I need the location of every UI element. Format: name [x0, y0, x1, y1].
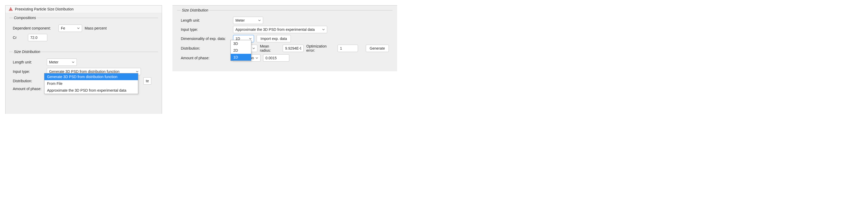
distribution-label-r: Distribution:: [181, 46, 228, 51]
length-unit-value-r: Meter: [236, 18, 245, 23]
dependent-component-label: Dependent component:: [13, 26, 56, 30]
amount-of-phase-label-r: Amount of phase:: [181, 56, 230, 60]
chevron-down-icon: [252, 47, 255, 49]
input-type-label: Input type:: [13, 69, 44, 74]
dimensionality-dropdown[interactable]: 3D2D1D: [230, 40, 251, 61]
dependent-component-select[interactable]: Fe: [59, 25, 82, 32]
import-exp-data-button[interactable]: Import exp. data: [256, 35, 291, 42]
cr-value: 72.0: [30, 35, 37, 40]
input-type-dropdown[interactable]: Generate 3D PSD from distribution functi…: [44, 73, 138, 94]
length-unit-label-r: Length unit:: [181, 18, 230, 23]
size-distribution-legend-right: Size Distribution: [181, 8, 209, 12]
distribution-label: Distribution:: [13, 79, 44, 83]
amount-of-phase-label: Amount of phase:: [13, 87, 44, 91]
dimensionality-label: Dimensionality of exp. data:: [181, 37, 230, 41]
cr-value-input[interactable]: 72.0: [28, 34, 47, 41]
optimization-error-value: 1: [340, 46, 342, 51]
dimensionality-option[interactable]: 1D: [231, 54, 251, 61]
input-type-value-r: Approximate the 3D PSD from experimental…: [236, 27, 315, 32]
compositions-legend: Compositions: [13, 16, 37, 20]
titlebar: Preexisting Particle Size Distribution: [5, 5, 162, 13]
input-type-option[interactable]: Approximate the 3D PSD from experimental…: [44, 87, 138, 94]
size-distribution-group-left: Size Distribution Length unit: Meter Inp…: [9, 50, 158, 114]
chevron-down-icon: [322, 29, 325, 30]
dialog-preexisting-psd: Preexisting Particle Size Distribution C…: [5, 5, 162, 114]
chevron-down-icon: [136, 71, 138, 72]
dimensionality-option[interactable]: 2D: [231, 47, 251, 54]
length-unit-value: Meter: [49, 60, 59, 64]
input-type-option[interactable]: From File: [44, 80, 138, 87]
chevron-down-icon: [255, 57, 258, 59]
optimization-error-input[interactable]: 1: [338, 45, 358, 52]
input-type-select-r[interactable]: Approximate the 3D PSD from experimental…: [233, 26, 327, 33]
size-distribution-legend-left: Size Distribution: [13, 50, 41, 54]
generate-button[interactable]: Generate: [366, 45, 389, 52]
size-distribution-group-right: Size Distribution Length unit: Meter Inp…: [177, 8, 393, 68]
length-unit-select-r[interactable]: Meter: [233, 17, 263, 24]
mean-radius-value: 9.9294E-9: [285, 46, 301, 51]
mean-radius-input[interactable]: 9.9294E-9: [283, 45, 304, 52]
partial-button[interactable]: te: [144, 77, 151, 85]
input-type-label-r: Input type:: [181, 27, 230, 32]
cr-label: Cr: [13, 35, 25, 40]
input-type-option[interactable]: Generate 3D PSD from distribution functi…: [44, 73, 138, 80]
amount-of-phase-input[interactable]: 0.0015: [263, 54, 289, 62]
compositions-group: Compositions Dependent component: Fe Mas…: [9, 16, 158, 47]
chevron-down-icon: [258, 20, 261, 21]
chevron-down-icon: [249, 38, 252, 39]
mean-radius-label: Mean radius:: [260, 44, 280, 53]
size-distribution-panel-right: Size Distribution Length unit: Meter Inp…: [173, 5, 397, 71]
length-unit-select[interactable]: Meter: [47, 59, 77, 66]
mass-percent-label: Mass percent: [85, 26, 106, 30]
dimensionality-option[interactable]: 3D: [231, 40, 251, 47]
chevron-down-icon: [72, 61, 74, 63]
chevron-down-icon: [77, 27, 80, 29]
app-icon: [9, 7, 13, 11]
optimization-error-label: Optimization error:: [306, 44, 335, 53]
length-unit-label: Length unit:: [13, 60, 44, 64]
window-title: Preexisting Particle Size Distribution: [15, 7, 74, 11]
amount-of-phase-value: 0.0015: [266, 56, 277, 60]
dependent-component-value: Fe: [61, 26, 65, 30]
